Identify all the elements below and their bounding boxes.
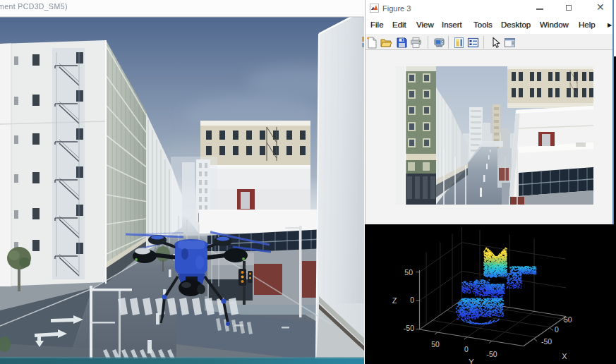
svg-text:50: 50: [431, 340, 440, 348]
svg-text:0: 0: [555, 325, 559, 334]
svg-text:-50: -50: [541, 337, 552, 346]
svg-text:-50: -50: [404, 324, 414, 332]
svg-text:-50: -50: [486, 350, 497, 358]
svg-text:50: 50: [564, 315, 572, 324]
svg-text:0: 0: [464, 345, 469, 353]
svg-text:Z: Z: [392, 296, 397, 305]
svg-text:50: 50: [404, 268, 413, 277]
svg-text:ment PCD3D_SM5): ment PCD3D_SM5): [0, 2, 68, 11]
svg-text:Y: Y: [469, 358, 474, 364]
svg-text:X: X: [562, 352, 567, 360]
svg-text:0: 0: [410, 296, 414, 304]
